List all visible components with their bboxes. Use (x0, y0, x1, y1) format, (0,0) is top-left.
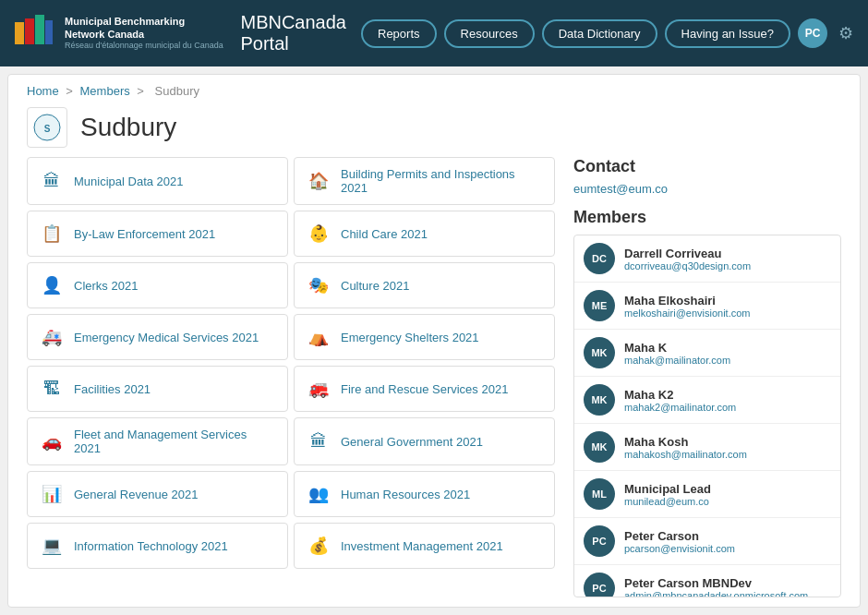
contact-email[interactable]: eumtest@eum.co (573, 182, 668, 196)
member-name: Darrell Corriveau (624, 247, 751, 260)
service-icon: 💻 (39, 533, 65, 559)
service-label: By-Law Enforcement 2021 (74, 227, 215, 241)
svg-rect-1 (25, 18, 34, 44)
service-icon: 🚑 (39, 324, 65, 350)
service-label: Child Care 2021 (341, 227, 428, 241)
service-card[interactable]: 🎭 Culture 2021 (294, 262, 555, 308)
service-icon: 🚒 (306, 376, 332, 402)
member-email: pcarson@envisionit.com (624, 543, 735, 554)
members-section: Members DC Darrell Corriveau dcorriveau@… (573, 208, 841, 597)
sudbury-logo: S (27, 107, 67, 148)
logo-sub-text: Réseau d'étalonnage municipal du Canada (65, 41, 225, 52)
service-card[interactable]: 🚒 Fire and Rescue Services 2021 (294, 366, 555, 412)
member-name: Maha K2 (624, 388, 736, 402)
breadcrumb-sep2: > (137, 84, 147, 98)
member-item[interactable]: ME Maha Elkoshairi melkoshairi@envisioni… (574, 283, 840, 330)
having-issue-button[interactable]: Having an Issue? (665, 19, 790, 48)
resources-button[interactable]: Resources (444, 19, 535, 48)
service-card[interactable]: 💰 Investment Management 2021 (294, 523, 555, 569)
members-heading: Members (573, 208, 841, 227)
service-card[interactable]: 🏠 Building Permits and Inspections 2021 (294, 157, 555, 205)
member-avatar: MK (584, 384, 615, 416)
member-info: Darrell Corriveau dcorriveau@q30design.c… (624, 247, 751, 271)
member-item[interactable]: PC Peter Carson pcarson@envisionit.com (574, 518, 840, 565)
data-dictionary-button[interactable]: Data Dictionary (542, 19, 657, 48)
service-label: Fleet and Management Services 2021 (74, 428, 276, 455)
service-icon: 💰 (306, 533, 332, 559)
service-icon: 👤 (39, 272, 65, 298)
member-email: dcorriveau@q30design.com (624, 260, 751, 271)
member-avatar: MK (584, 431, 615, 463)
service-label: Information Technology 2021 (74, 539, 228, 553)
service-card[interactable]: 📋 By-Law Enforcement 2021 (27, 211, 288, 257)
member-info: Municipal Lead munilead@eum.co (624, 482, 711, 507)
breadcrumb-sep1: > (66, 84, 76, 98)
service-icon: ⛺ (306, 324, 332, 350)
member-name: Peter Carson MBNDev (624, 576, 808, 590)
member-item[interactable]: MK Maha K mahak@mailinator.com (574, 330, 840, 377)
contact-heading: Contact (573, 157, 841, 176)
page-title: Sudbury (80, 113, 176, 142)
service-icon: 🏛 (306, 428, 332, 454)
service-card[interactable]: 📊 General Revenue 2021 (27, 471, 288, 517)
member-item[interactable]: MK Maha Kosh mahakosh@mailinator.com (574, 424, 840, 471)
svg-text:S: S (44, 124, 51, 134)
service-label: Human Resources 2021 (341, 488, 470, 501)
service-card[interactable]: ⛺ Emergency Shelters 2021 (294, 314, 555, 360)
member-name: Peter Carson (624, 529, 735, 543)
service-icon: 👥 (306, 481, 332, 507)
service-icon: 🏛 (39, 168, 65, 194)
breadcrumb-members[interactable]: Members (80, 84, 130, 98)
logo-text: Municipal Benchmarking Network Canada Ré… (65, 15, 225, 52)
service-card[interactable]: 👥 Human Resources 2021 (294, 471, 555, 517)
reports-button[interactable]: Reports (361, 19, 437, 48)
service-label: Emergency Medical Services 2021 (74, 331, 259, 344)
service-card[interactable]: 🏛 General Government 2021 (294, 417, 555, 465)
member-item[interactable]: ML Municipal Lead munilead@eum.co (574, 471, 840, 518)
service-label: Facilities 2021 (74, 382, 151, 396)
service-card[interactable]: 🏛 Municipal Data 2021 (27, 157, 288, 205)
mbn-logo-icon (15, 13, 55, 54)
member-item[interactable]: PC Peter Carson MBNDev admin@mbncanadade… (574, 565, 840, 597)
members-list[interactable]: DC Darrell Corriveau dcorriveau@q30desig… (573, 235, 841, 597)
logo-area: Municipal Benchmarking Network Canada Ré… (15, 13, 225, 54)
service-card[interactable]: 🏗 Facilities 2021 (27, 366, 288, 412)
member-info: Peter Carson MBNDev admin@mbncanadadev.o… (624, 576, 808, 598)
member-email: admin@mbncanadadev.onmicrosoft.com (624, 590, 808, 598)
service-label: General Government 2021 (341, 435, 483, 449)
header: Municipal Benchmarking Network Canada Ré… (0, 0, 868, 66)
member-item[interactable]: DC Darrell Corriveau dcorriveau@q30desig… (574, 235, 840, 283)
svg-rect-3 (45, 20, 53, 44)
member-info: Maha Kosh mahakosh@mailinator.com (624, 435, 747, 460)
service-icon: 🎭 (306, 272, 332, 298)
right-panel: Contact eumtest@eum.co Members DC Darrel… (573, 157, 841, 597)
service-icon: 👶 (306, 221, 332, 247)
member-avatar: PC (584, 525, 615, 557)
user-avatar-button[interactable]: PC (798, 18, 827, 48)
page-header: S Sudbury (8, 102, 860, 157)
service-card[interactable]: 💻 Information Technology 2021 (27, 523, 288, 569)
member-email: mahakosh@mailinator.com (624, 449, 747, 460)
member-item[interactable]: MK Maha K2 mahak2@mailinator.com (574, 377, 840, 424)
member-avatar: MK (584, 337, 615, 368)
breadcrumb-home[interactable]: Home (27, 84, 59, 98)
settings-icon[interactable]: ⚙ (838, 23, 853, 43)
service-label: Emergency Shelters 2021 (341, 331, 479, 344)
service-icon: 🚗 (39, 428, 65, 454)
member-info: Maha K mahak@mailinator.com (624, 341, 730, 366)
service-card[interactable]: 👤 Clerks 2021 (27, 262, 288, 308)
member-avatar: ME (584, 290, 615, 321)
service-card[interactable]: 👶 Child Care 2021 (294, 211, 555, 257)
member-avatar: ML (584, 478, 615, 510)
service-label: General Revenue 2021 (74, 488, 198, 501)
member-info: Peter Carson pcarson@envisionit.com (624, 529, 735, 554)
breadcrumb-current: Sudbury (155, 84, 199, 98)
member-avatar: PC (584, 573, 615, 597)
service-card[interactable]: 🚗 Fleet and Management Services 2021 (27, 417, 288, 465)
service-label: Clerks 2021 (74, 279, 138, 293)
service-icon: 📋 (39, 221, 65, 247)
service-card[interactable]: 🚑 Emergency Medical Services 2021 (27, 314, 288, 360)
member-name: Maha K (624, 341, 730, 355)
service-label: Municipal Data 2021 (74, 175, 184, 188)
svg-rect-0 (15, 22, 24, 44)
